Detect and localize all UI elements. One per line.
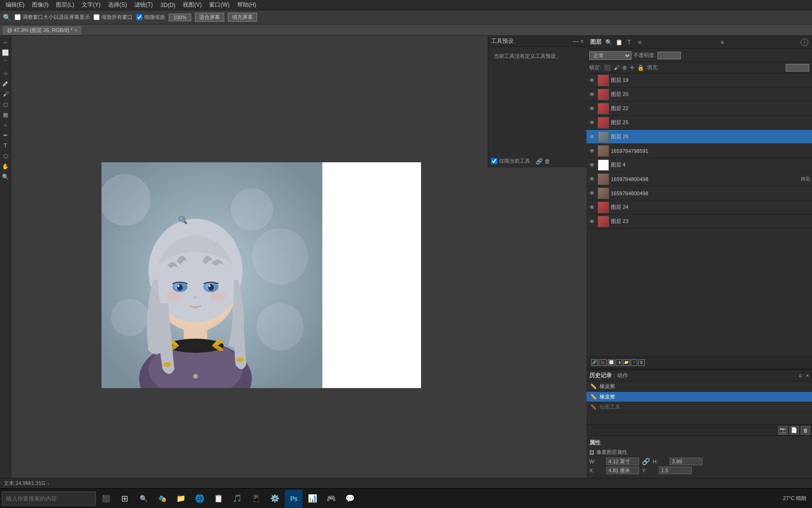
taskbar-mail-icon[interactable]: 📋 [210, 490, 227, 508]
history-item-1[interactable]: ✏️ 橡皮擦 [586, 381, 812, 392]
history-delete[interactable]: 🗑 [801, 426, 810, 435]
layers-new-layer-icon[interactable]: + [631, 359, 637, 366]
text-tool[interactable]: T [1, 141, 10, 151]
fit-screen-button[interactable]: 适合屏幕 [195, 13, 224, 22]
fill-screen-button[interactable]: 填充屏幕 [228, 13, 257, 22]
dodge-tool[interactable]: ○ [1, 120, 10, 130]
blend-mode-select[interactable]: 正常 [589, 51, 632, 60]
layers-link-icon[interactable]: 🔗 [591, 359, 598, 366]
layer-item-23[interactable]: 👁 图层 23 [586, 214, 812, 229]
taskbar-music-icon[interactable]: 🎵 [228, 490, 246, 508]
layers-new-icon[interactable]: 📋 [615, 38, 623, 47]
brush-tool[interactable]: 🖌 [1, 89, 10, 99]
lock-position-icon[interactable]: ✛ [630, 64, 634, 71]
layer-visibility-20[interactable]: 👁 [588, 91, 596, 98]
taskbar-chart-icon[interactable]: 📊 [304, 490, 321, 508]
menu-help[interactable]: 帮助(H) [234, 0, 260, 10]
layer-visibility-1659784800498-2[interactable]: 👁 [588, 175, 596, 183]
layers-type-icon[interactable]: T [625, 38, 633, 47]
move-tool[interactable]: ↔ [1, 38, 10, 47]
taskbar-browser-icon[interactable]: 🌐 [191, 490, 209, 508]
layer-item-24[interactable]: 👁 图层 24 [586, 200, 812, 214]
taskbar-game-icon[interactable]: 🎮 [322, 490, 340, 508]
menu-window[interactable]: 窗口(W) [205, 0, 233, 10]
layers-adjust-icon[interactable]: ◑ [616, 359, 622, 366]
history-panel-close[interactable]: × [806, 373, 809, 379]
layer-item-4[interactable]: 👁 图层 4 [586, 158, 812, 172]
lasso-tool[interactable]: ⌒ [1, 58, 10, 68]
layers-text-icon[interactable]: ≡ [635, 38, 644, 47]
adjust-window-checkbox[interactable] [15, 14, 21, 20]
crop-tool[interactable]: ⊹ [1, 69, 10, 78]
layer-visibility-19[interactable]: 👁 [588, 77, 596, 84]
gradient-tool[interactable]: ▦ [1, 110, 10, 119]
layers-panel-menu[interactable]: ≡ [718, 39, 726, 46]
eraser-tool[interactable]: ◻ [1, 100, 10, 109]
layers-mask-icon[interactable]: ⬜ [608, 359, 615, 366]
taskbar-search-input[interactable] [2, 492, 96, 506]
taskbar-chat-icon[interactable]: 💬 [341, 490, 359, 508]
eyedropper-tool[interactable]: 💉 [1, 79, 10, 88]
menu-layer[interactable]: 图层(L) [52, 0, 78, 10]
history-new-snapshot[interactable]: 📷 [778, 426, 788, 435]
layers-info-icon[interactable]: i [801, 39, 808, 46]
current-tool-only-checkbox[interactable] [491, 158, 497, 164]
taskbar-start-icon[interactable]: ⬛ [97, 490, 115, 508]
opacity-input[interactable] [657, 52, 681, 59]
taskbar-multitask-icon[interactable]: ⊞ [116, 490, 133, 508]
layer-item-25[interactable]: 👁 图层 25 [586, 116, 812, 130]
layer-visibility-1659784798591[interactable]: 👁 [588, 147, 596, 155]
canvas-area[interactable]: 工具预设 — × 当前工具没有定义工具预设。 仅限当前工具 🔗 🗑 [11, 36, 586, 496]
zoom-input[interactable] [169, 14, 191, 21]
pen-tool[interactable]: ✒ [1, 131, 10, 140]
attributes-x-input[interactable] [606, 467, 639, 474]
attributes-link-chain[interactable]: 🔗 [642, 458, 650, 465]
document-tab[interactable]: @ 47.3% (图层 26, RGB/8) * × [2, 25, 82, 35]
history-item-3[interactable]: ✏️ 绘图工具 [586, 402, 812, 413]
layers-search-icon[interactable]: 🔍 [604, 38, 613, 47]
fine-zoom-checkbox[interactable] [136, 14, 142, 20]
layer-visibility-26[interactable]: 👁 [588, 133, 596, 141]
menu-text[interactable]: 文字(Y) [78, 0, 104, 10]
layer-visibility-1659784800498[interactable]: 👁 [588, 190, 596, 197]
layer-item-1659784800498-2[interactable]: 👁 1659784800498 持见 [586, 172, 812, 186]
layer-item-1659784800498[interactable]: 👁 1659784800498 [586, 186, 812, 200]
taskbar-search-icon[interactable]: 🔍 [134, 490, 152, 508]
menu-select[interactable]: 选择(S) [104, 0, 131, 10]
fill-input[interactable] [786, 64, 809, 71]
tool-presets-trash-icon[interactable]: 🗑 [545, 158, 550, 165]
layer-item-26[interactable]: 👁 图层 26 [586, 130, 812, 144]
taskbar-folder-icon[interactable]: 📁 [172, 490, 190, 508]
layer-item-22[interactable]: 👁 图层 22 [586, 102, 812, 116]
taskbar-theater-icon[interactable]: 🎭 [153, 490, 171, 508]
history-item-2[interactable]: ✏️ 橡皮擦 [586, 392, 812, 402]
path-tool[interactable]: ⬡ [1, 151, 10, 161]
hand-tool[interactable]: ✋ [1, 162, 10, 171]
layer-item-19[interactable]: 👁 图层 19 [586, 73, 812, 87]
search-icon[interactable]: 🔍 [3, 14, 11, 21]
zoom-tool[interactable]: 🔍 [1, 172, 10, 182]
menu-3d[interactable]: 3D(D) [156, 1, 179, 9]
history-new-document[interactable]: 📄 [789, 426, 799, 435]
menu-edit[interactable]: 编辑(E) [2, 0, 28, 10]
layers-delete-icon[interactable]: 🗑 [638, 359, 645, 366]
menu-view[interactable]: 视图(V) [179, 0, 205, 10]
select-tool[interactable]: ⬜ [1, 48, 10, 57]
lock-image-icon[interactable]: 🖌 [614, 64, 619, 71]
lock-transparent-icon[interactable]: ⬛ [604, 64, 611, 71]
layer-visibility-23[interactable]: 👁 [588, 218, 596, 225]
layer-item-1659784798591[interactable]: 👁 1659784798591 [586, 144, 812, 158]
status-arrow[interactable]: › [47, 481, 49, 486]
layers-group-icon[interactable]: 📁 [623, 359, 630, 366]
taskbar-phone-icon[interactable]: 📱 [247, 490, 265, 508]
layer-visibility-4[interactable]: 👁 [588, 161, 596, 169]
attributes-h-input[interactable] [670, 458, 703, 465]
menu-image[interactable]: 图像(I) [28, 0, 52, 10]
tool-presets-close[interactable]: × [580, 38, 584, 45]
taskbar-settings-icon[interactable]: ⚙️ [266, 490, 284, 508]
attributes-y-input[interactable] [659, 467, 692, 474]
lock-all-icon[interactable]: 🔒 [637, 64, 644, 71]
tab-close-button[interactable]: × [75, 28, 78, 33]
taskbar-ps-icon[interactable]: Ps [285, 490, 303, 508]
layer-item-20[interactable]: 👁 图层 20 [586, 87, 812, 102]
